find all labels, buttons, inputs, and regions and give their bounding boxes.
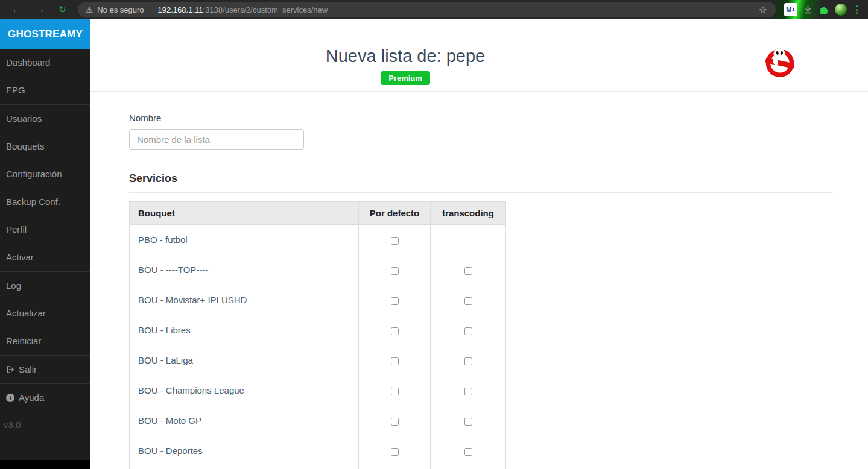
sidebar-item-salir[interactable]: Salir [0,356,90,383]
bouquet-label: BOU - LaLiga [130,345,359,376]
sidebar-item-label: Actualizar [6,307,46,319]
table-row: BOU - LaLiga [130,345,506,376]
table-row: PBO - futbol [130,225,506,255]
url-text[interactable]: 192.168.1.11:3138/users/2/custom_service… [158,5,328,14]
address-bar[interactable]: ⚠ No es seguro 192.168.1.11:3138/users/2… [78,2,776,17]
default-checkbox[interactable] [391,357,399,365]
transcoding-cell [431,345,506,376]
address-bar-divider [151,5,151,14]
table-row: BOU - Movistar+ IPLUSHD [130,285,506,315]
transcoding-cell [431,406,506,436]
transcoding-checkbox[interactable] [464,267,472,275]
sidebar-nav: Dashboard EPG Usuarios Bouquets Configur… [0,49,90,412]
content-header: Nueva lista de: pepe Premium [90,19,868,92]
browser-toolbar: ← → ↻ ⚠ No es seguro 192.168.1.11:3138/u… [0,0,868,19]
sidebar-item-label: Activar [6,251,34,263]
bouquet-label: BOU - Movistar+ IPLUSHD [130,285,359,315]
back-icon[interactable]: ← [5,1,28,19]
transcoding-checkbox[interactable] [464,357,472,365]
table-row: BOU - Libres [130,315,506,345]
transcoding-cell [431,255,506,285]
ghost-logo-icon [764,43,796,81]
default-checkbox[interactable] [391,327,399,335]
table-row: BOU - Deportes [130,436,506,466]
transcoding-cell [431,436,506,466]
transcoding-checkbox[interactable] [464,418,472,426]
bouquet-label: BOU - Moto GP [130,406,359,436]
bouquet-label: BOU - Deportes [130,436,359,466]
sidebar: GHOSTREAMY Dashboard EPG Usuarios Bouque… [0,19,90,469]
security-label[interactable]: No es seguro [97,5,144,14]
new-list-form: Nombre Servicios Bouquet Por defecto tra… [90,92,868,469]
default-cell [359,345,431,376]
table-row: BOU - Moto GP [130,406,506,436]
table-header-row: Bouquet Por defecto transcoding [130,202,506,225]
browser-actions: M+ [782,3,863,16]
downloads-icon[interactable] [803,5,813,15]
table-row: BOU - ----TOP---- [130,255,506,285]
brand-logo[interactable]: GHOSTREAMY [0,19,90,49]
transcoding-checkbox[interactable] [464,297,472,305]
url-host: 192.168.1.11 [158,5,203,14]
sidebar-item-label: Usuarios [6,113,42,125]
sidebar-item-epg[interactable]: EPG [0,77,90,104]
transcoding-cell [431,376,506,406]
sidebar-item-activar[interactable]: Activar [0,244,90,271]
services-table: Bouquet Por defecto transcoding PBO - fu… [129,201,506,469]
sidebar-item-log[interactable]: Log [0,272,90,300]
sign-out-icon [6,365,14,374]
table-row: BOU - Champions League [130,376,506,406]
bouquet-label: BOU - ----TOP---- [130,255,359,285]
not-secure-warning-icon: ⚠ [86,5,93,14]
sidebar-item-usuarios[interactable]: Usuarios [0,105,90,133]
url-path: :3138/users/2/custom_services/new [203,5,328,14]
sidebar-item-label: EPG [6,84,25,96]
default-checkbox[interactable] [391,237,399,245]
transcoding-checkbox[interactable] [464,327,472,335]
name-field-label: Nombre [129,113,833,124]
default-cell [359,255,431,285]
version-label: v3.0 [0,412,90,438]
bouquet-label: BOU - Libres [130,315,359,345]
sidebar-item-label: Salir [19,364,37,376]
table-row-partial [130,466,506,469]
badge-row: Premium [90,71,720,85]
mplus-extension-icon[interactable]: M+ [784,3,797,16]
list-name-input[interactable] [129,129,304,150]
transcoding-checkbox[interactable] [464,448,472,456]
sidebar-item-backup-conf[interactable]: Backup Conf. [0,188,90,216]
sidebar-item-reiniciar[interactable]: Reiniciar [0,327,90,355]
bouquet-label: BOU - Champions League [130,376,359,406]
main-content: Nueva lista de: pepe Premium Nombre Se [90,19,868,469]
sidebar-item-perfil[interactable]: Perfil [0,216,90,244]
transcoding-checkbox[interactable] [464,388,472,395]
sidebar-item-label: Backup Conf. [6,196,60,208]
default-checkbox[interactable] [391,418,399,426]
default-cell [359,376,431,406]
default-cell [359,436,431,466]
sidebar-item-dashboard[interactable]: Dashboard [0,49,90,77]
column-header-bouquet: Bouquet [130,202,359,225]
default-checkbox[interactable] [391,388,399,395]
bookmark-star-icon[interactable]: ☆ [756,4,770,16]
sidebar-item-configuraci-n[interactable]: Configuración [0,160,90,188]
transcoding-cell [431,315,506,345]
default-checkbox[interactable] [391,448,399,456]
default-cell [359,285,431,315]
info-icon: i [6,394,14,402]
premium-badge: Premium [381,71,430,85]
sidebar-item-label: Configuración [6,168,62,180]
browser-profile-avatar[interactable] [834,3,847,16]
page-title: Nueva lista de: pepe [90,46,720,66]
default-checkbox[interactable] [391,297,399,305]
sidebar-item-actualizar[interactable]: Actualizar [0,300,90,327]
section-divider [129,192,833,193]
extensions-puzzle-icon[interactable] [819,5,829,15]
sidebar-item-bouquets[interactable]: Bouquets [0,133,90,160]
default-checkbox[interactable] [391,267,399,275]
sidebar-item-ayuda[interactable]: i Ayuda [0,384,90,412]
forward-icon[interactable]: → [28,1,52,19]
reload-icon[interactable]: ↻ [52,1,73,19]
column-header-default: Por defecto [359,202,431,225]
browser-menu-icon[interactable] [853,5,861,14]
